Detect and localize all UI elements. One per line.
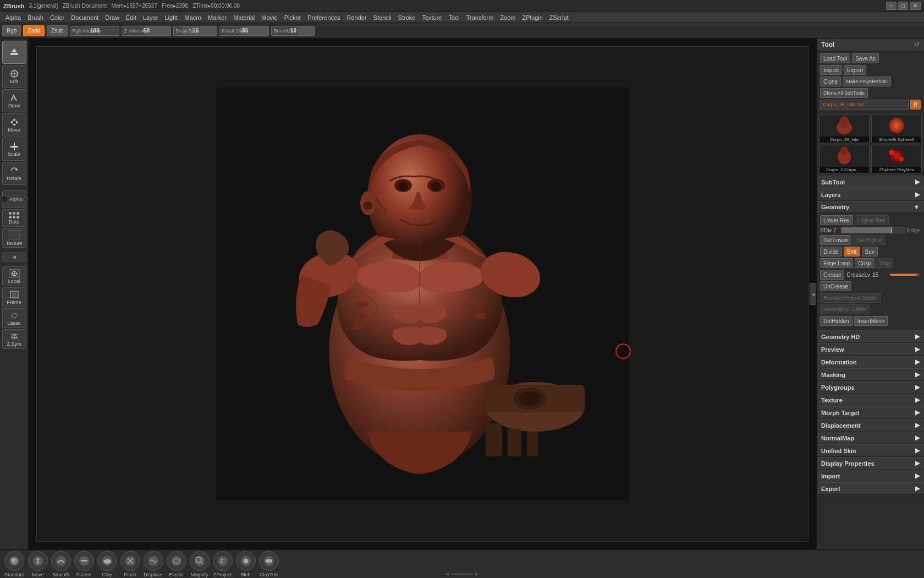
deformation-section-header[interactable]: Deformation ▶ (817, 356, 924, 368)
normalmap-section-header[interactable]: NormalMap ▶ (817, 432, 924, 444)
r-button[interactable]: R (910, 100, 921, 110)
display-properties-section-header[interactable]: Display Properties ▶ (817, 457, 924, 470)
menu-brush[interactable]: Brush (24, 13, 47, 22)
canvas-area[interactable]: ◄ (29, 39, 816, 549)
menu-tool[interactable]: Tool (445, 13, 463, 22)
menu-marker[interactable]: Marker (205, 13, 230, 22)
menu-transform[interactable]: Transform (463, 13, 497, 22)
morph-target-section-header[interactable]: Morph Target ▶ (817, 406, 924, 419)
brush-displace[interactable]: Displace (144, 551, 163, 577)
menu-movie[interactable]: Movie (258, 13, 280, 22)
crease-button[interactable]: Crease (820, 270, 844, 280)
edit-tool-button[interactable]: Edit (2, 65, 26, 88)
draw-size-slider[interactable]: Draw Size 16 (173, 26, 217, 36)
texture-section-header[interactable]: Texture ▶ (817, 394, 924, 406)
del-lower-button[interactable]: Del Lower (820, 235, 851, 245)
scale-tool-button[interactable]: Scale (2, 138, 26, 161)
menu-layer[interactable]: Layer (140, 13, 162, 22)
frame-button[interactable]: Frame (2, 287, 26, 307)
geometry-hd-section-header[interactable]: Geometry HD ▶ (817, 330, 924, 343)
brush-magnify[interactable]: Magnify (190, 551, 210, 577)
menu-macro[interactable]: Macro (181, 13, 205, 22)
viewport[interactable] (36, 46, 809, 542)
polygroups-section-header[interactable]: Polygroups ▶ (817, 381, 924, 394)
nav-left[interactable]: ◄ (2, 252, 26, 262)
displacement-section-header[interactable]: Displacement ▶ (817, 419, 924, 432)
sdiv-slider[interactable] (841, 227, 905, 233)
brush-smooth[interactable]: Smooth (51, 551, 71, 577)
brush-flatten[interactable]: Flatten (74, 551, 94, 577)
brushmod-slider[interactable]: BrushMod 10 (271, 26, 315, 36)
thumb-corpo2[interactable]: Corpo_2 Corpo_... (819, 145, 870, 173)
texture-button[interactable]: Texture (2, 228, 26, 248)
zadd-button[interactable]: Zadd (23, 25, 45, 36)
menu-color[interactable]: Color (47, 13, 68, 22)
menu-zplugin[interactable]: ZPlugin (519, 13, 546, 22)
export-button[interactable]: Export (844, 65, 866, 75)
current-mesh-selector[interactable]: Corpo_36_inte. 50 (820, 100, 909, 110)
clone-all-subtools-button[interactable]: Clone All SubTools (820, 88, 868, 98)
local-button[interactable]: Local (2, 266, 26, 286)
export-section-header[interactable]: Export ▶ (817, 482, 924, 495)
menu-material[interactable]: Material (230, 13, 258, 22)
rotate-tool-button[interactable]: Rotate (2, 162, 26, 185)
geometry-section-header[interactable]: Geometry ▼ (817, 201, 924, 213)
crease-slider[interactable] (890, 274, 921, 276)
load-tool-button[interactable]: Load Tool (820, 53, 850, 63)
rgb-toggle[interactable]: Rgb (2, 25, 21, 36)
brush-move[interactable]: Move (28, 551, 48, 577)
brush-zproject[interactable]: Z ZProject (213, 551, 233, 577)
menu-draw[interactable]: Draw (102, 13, 123, 22)
thumb-simplebr-sphere3[interactable]: SimpleBr.Sphere3 (871, 114, 922, 143)
panel-collapse-button[interactable]: ◄ (810, 283, 816, 305)
window-controls[interactable]: ─ □ ✕ (886, 2, 921, 10)
draw2-tool-button[interactable]: Draw (2, 89, 26, 112)
draw-tool-button[interactable] (2, 41, 26, 64)
zsub-button[interactable]: Zsub (47, 25, 68, 36)
menu-zscript[interactable]: ZScript (546, 13, 572, 22)
divide-button[interactable]: Divide (820, 247, 842, 257)
reconstruct-subdiv-button[interactable]: Reconstruct Subdiv (820, 304, 870, 314)
brush-blob[interactable]: Blob (236, 551, 256, 577)
menu-texture[interactable]: Texture (419, 13, 445, 22)
del-higher-button[interactable]: Del Higher (853, 235, 886, 245)
focal-shift-slider[interactable]: Focal Shift -56 (219, 26, 269, 36)
menu-alpha[interactable]: Alpha (2, 13, 24, 22)
unified-skin-section-header[interactable]: Unified Skin ▶ (817, 444, 924, 457)
make-polymesh3d-button[interactable]: Make PolyMesh3D (843, 77, 891, 86)
move-tool-button[interactable]: Move (2, 113, 26, 137)
smt-button[interactable]: Smt (844, 247, 860, 257)
layers-section-header[interactable]: Layers ▶ (817, 188, 924, 201)
higher-res-button[interactable]: Higher Res (855, 215, 889, 225)
menu-stroke[interactable]: Stroke (395, 13, 419, 22)
thumb-corpo36[interactable]: Corpo_36_inte (819, 114, 870, 143)
brush-claytub[interactable]: ClayTub (259, 551, 279, 577)
menu-light[interactable]: Light (162, 13, 182, 22)
subtool-section-header[interactable]: SubTool ▶ (817, 176, 924, 188)
alpha-button[interactable]: Alpha (2, 190, 26, 208)
z-intensity-slider[interactable]: Z Intensity 50 (122, 26, 171, 36)
crisp-button[interactable]: Crisp (855, 258, 874, 268)
preview-section-header[interactable]: Preview ▶ (817, 343, 924, 356)
brush-elastic[interactable]: Elastic (167, 551, 186, 577)
insertmesh-button[interactable]: InsertMesh (854, 316, 888, 326)
trsp-button[interactable]: Trsp (876, 258, 894, 268)
save-as-button[interactable]: Save As (852, 53, 879, 63)
minimize-button[interactable]: ─ (886, 2, 897, 10)
masking-section-header[interactable]: Masking ▶ (817, 368, 924, 381)
menu-render[interactable]: Render (344, 13, 370, 22)
close-button[interactable]: ✕ (910, 2, 921, 10)
zsym-button[interactable]: Z.Sym (2, 329, 26, 349)
lasso-button[interactable]: Lasso (2, 308, 26, 328)
menu-preferences[interactable]: Preferences (304, 13, 343, 22)
menu-zoom[interactable]: Zoom (497, 13, 519, 22)
brush-clay[interactable]: Clay (97, 551, 117, 577)
reproject-higher-subdiv-button[interactable]: Reproject Higher Subdiv (820, 293, 881, 303)
maximize-button[interactable]: □ (898, 2, 908, 10)
uncrease-button[interactable]: UnCrease (820, 281, 851, 291)
brush-pinch[interactable]: Pinch (120, 551, 140, 577)
dots-button[interactable]: Dots (2, 209, 26, 227)
menu-edit[interactable]: Edit (123, 13, 140, 22)
rgb-intensity-slider[interactable]: Rgb Intensity 100 (70, 26, 119, 36)
thumb-zsphere[interactable]: ZSphere PolyMes (871, 145, 922, 173)
